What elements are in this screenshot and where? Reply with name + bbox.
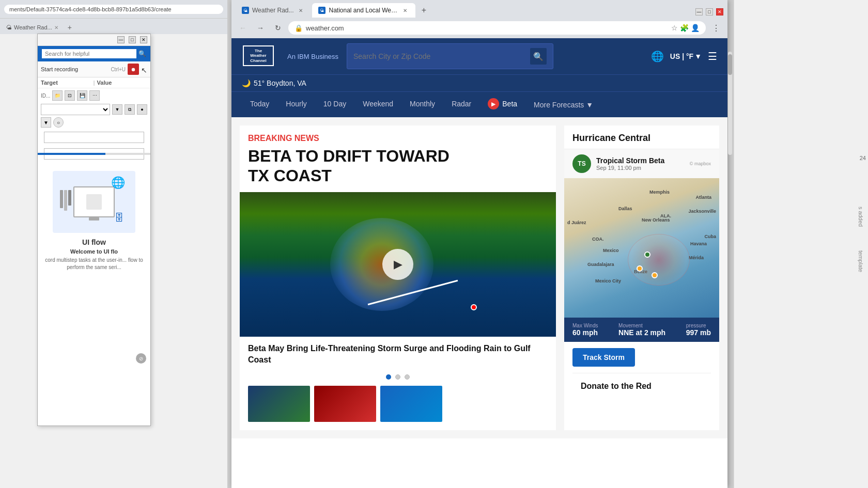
star-icon[interactable]: ☆ bbox=[671, 24, 678, 32]
maximize-button[interactable]: □ bbox=[129, 36, 136, 43]
menu-icon-btn[interactable]: ⋯ bbox=[89, 90, 100, 101]
minimize-window-btn[interactable]: — bbox=[695, 8, 703, 15]
hurricane-map[interactable]: Memphis Dallas Atlanta New Orleans Jacks… bbox=[564, 178, 719, 318]
input-row-3: ▼ ○ bbox=[38, 116, 150, 129]
pressure-stat: pressure 997 mb bbox=[686, 323, 711, 337]
save-icon-btn[interactable]: 💾 bbox=[77, 90, 87, 101]
weather-search-bar[interactable]: 🔍 bbox=[347, 43, 553, 69]
nav-beta[interactable]: ▶ Beta bbox=[479, 92, 525, 117]
type-select[interactable] bbox=[41, 104, 110, 115]
hamburger-icon[interactable]: ☰ bbox=[708, 50, 717, 62]
record-small-btn[interactable]: ● bbox=[137, 104, 147, 115]
weather-header: The Weather Channel An IBM Business 🔍 🌐 … bbox=[231, 38, 727, 74]
address-text: weather.com bbox=[306, 24, 668, 32]
close-window-btn[interactable]: ✕ bbox=[716, 8, 723, 15]
thumb-2[interactable] bbox=[314, 386, 376, 422]
map-label-juarez: d Juárez bbox=[567, 220, 586, 225]
close-button[interactable]: ✕ bbox=[140, 36, 147, 43]
location-text: 51° Boydton, VA bbox=[254, 79, 306, 87]
dot-3[interactable] bbox=[405, 374, 410, 380]
dot-2[interactable] bbox=[395, 374, 400, 380]
nav-monthly[interactable]: Monthly bbox=[401, 93, 443, 116]
logo-line1: The bbox=[255, 49, 262, 54]
scrollbar-thumb[interactable] bbox=[728, 54, 732, 75]
thumb-3[interactable] bbox=[380, 386, 442, 422]
browser-window: 🌤 Weather Rad... ✕ 🌤 National and Local … bbox=[231, 0, 727, 488]
minimize-button[interactable]: — bbox=[117, 36, 125, 43]
folder-icon-btn[interactable]: 📁 bbox=[52, 90, 63, 101]
storm-date: Sep 19, 11:00 pm bbox=[596, 165, 664, 171]
helper-search-input[interactable] bbox=[42, 49, 136, 58]
search-icon[interactable]: 🔍 bbox=[530, 48, 547, 65]
left-tab-weather[interactable]: 🌤 Weather Rad... ✕ bbox=[2, 22, 63, 33]
db-icon-btn[interactable]: ⊡ bbox=[65, 90, 75, 101]
unit-selector[interactable]: US | °F ▼ bbox=[670, 52, 702, 60]
browser-scrollbar[interactable] bbox=[728, 52, 732, 155]
dot-1[interactable] bbox=[386, 374, 391, 380]
map-label-cuba: Cuba bbox=[705, 234, 717, 239]
tab-1-favicon: 🌤 bbox=[242, 7, 249, 14]
browser-menu-button[interactable]: ⋮ bbox=[709, 21, 723, 35]
extension-icon[interactable]: 🧩 bbox=[680, 24, 689, 32]
right-edge-template-text: template bbox=[858, 250, 864, 272]
left-tab-close[interactable]: ✕ bbox=[54, 25, 58, 30]
left-tab-icon: 🌤 bbox=[6, 24, 12, 30]
tab-1-close[interactable]: ✕ bbox=[297, 6, 305, 14]
weather-search-input[interactable] bbox=[353, 52, 526, 60]
article-video[interactable]: ▶ bbox=[240, 192, 556, 337]
columns-header: Target | Value bbox=[38, 77, 150, 88]
track-storm-button[interactable]: Track Storm bbox=[572, 348, 635, 367]
nav-hourly[interactable]: Hourly bbox=[277, 93, 315, 116]
helper-search-icon: 🔍 bbox=[138, 50, 146, 57]
nav-more-forecasts[interactable]: More Forecasts ▼ bbox=[525, 95, 601, 115]
weather-header-right: 🌐 US | °F ▼ ☰ bbox=[651, 50, 717, 62]
map-label-ala: ALA. bbox=[660, 213, 671, 218]
value-column-header: Value bbox=[97, 80, 147, 86]
profile-icon[interactable]: 👤 bbox=[691, 24, 700, 32]
nav-weekend[interactable]: Weekend bbox=[354, 93, 401, 116]
tab-weather-2[interactable]: 🌤 National and Local Weather Rad... ✕ bbox=[312, 3, 415, 18]
video-overlay: ▶ bbox=[240, 192, 556, 337]
article-sub: Beta May Bring Life-Threatening Storm Su… bbox=[240, 337, 556, 372]
max-winds-value: 60 mph bbox=[572, 328, 598, 337]
tab-2-close[interactable]: ✕ bbox=[401, 6, 409, 14]
ui-flow-title: UI flow bbox=[82, 238, 106, 246]
page-number: 24 bbox=[860, 155, 866, 161]
tropical-storm-badge: TS bbox=[572, 154, 591, 173]
copy-btn[interactable]: ⧉ bbox=[125, 104, 135, 115]
text-input-1[interactable] bbox=[44, 132, 144, 143]
map-label-atlanta: Atlanta bbox=[695, 195, 711, 200]
beta-badge: ▶ bbox=[488, 98, 499, 109]
helper-titlebar: — □ ✕ bbox=[38, 34, 150, 46]
thumb-1[interactable] bbox=[248, 386, 310, 422]
movement-stat: Movement NNE at 2 mph bbox=[618, 323, 665, 337]
nav-radar[interactable]: Radar bbox=[443, 93, 479, 116]
logo-line3: Channel bbox=[250, 58, 267, 64]
left-tab-add[interactable]: + bbox=[64, 21, 76, 34]
article-headline: BETA TO DRIFT TOWARD TX COAST bbox=[240, 146, 556, 192]
address-bar[interactable]: 🔒 weather.com ☆ 🧩 👤 bbox=[288, 21, 706, 35]
max-winds-label: Max Winds bbox=[572, 323, 598, 328]
nav-10day[interactable]: 10 Day bbox=[315, 93, 354, 116]
target-column-header: Target bbox=[41, 80, 91, 86]
browser-chrome: 🌤 Weather Rad... ✕ 🌤 National and Local … bbox=[231, 0, 727, 18]
headline-line1: BETA TO DRIFT TOWARD bbox=[248, 146, 548, 166]
ui-flow-label: UI flow bbox=[42, 238, 146, 246]
nav-today[interactable]: Today bbox=[242, 93, 277, 116]
forward-button[interactable]: → bbox=[253, 21, 268, 35]
circle-btn[interactable]: ○ bbox=[53, 117, 64, 128]
globe-icon[interactable]: 🌐 bbox=[651, 50, 664, 62]
back-button[interactable]: ← bbox=[236, 21, 250, 35]
down-arrow-btn[interactable]: ▼ bbox=[112, 104, 122, 115]
new-tab-button[interactable]: + bbox=[416, 3, 431, 18]
location-bar: 🌙 51° Boydton, VA bbox=[231, 74, 727, 91]
reload-button[interactable]: ↻ bbox=[271, 21, 285, 35]
record-button[interactable]: ⏺ bbox=[128, 64, 139, 75]
tab-weather-1[interactable]: 🌤 Weather Rad... ✕ bbox=[236, 3, 311, 18]
stop-icon[interactable]: ⊘ bbox=[136, 353, 146, 364]
play-button[interactable]: ▶ bbox=[382, 249, 413, 280]
tab-2-favicon: 🌤 bbox=[318, 7, 326, 14]
maximize-window-btn[interactable]: □ bbox=[706, 8, 713, 15]
down-arrow-2[interactable]: ▼ bbox=[41, 117, 51, 128]
weather-page: The Weather Channel An IBM Business 🔍 🌐 … bbox=[231, 38, 727, 488]
